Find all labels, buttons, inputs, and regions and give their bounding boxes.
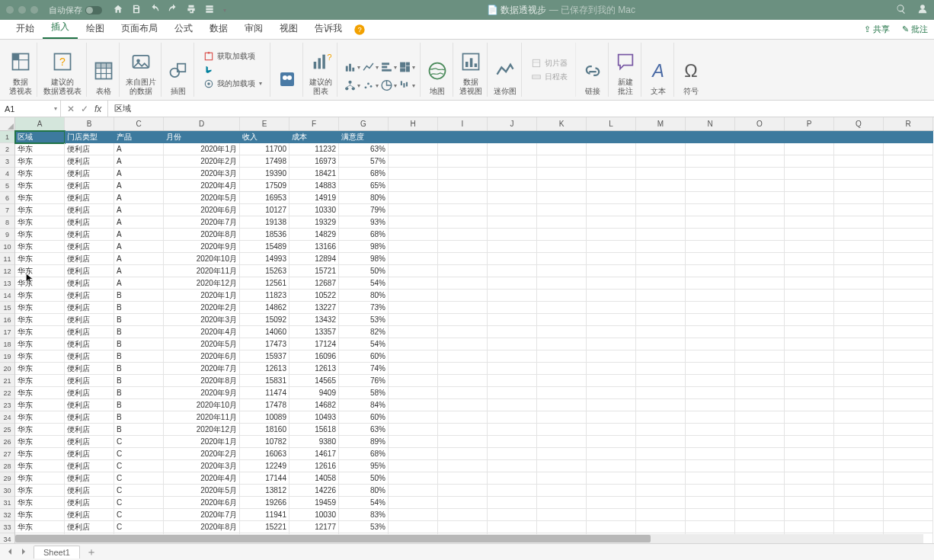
data-cell[interactable]: 54%	[339, 497, 389, 509]
data-cell[interactable]	[636, 509, 686, 521]
data-cell[interactable]	[438, 387, 488, 399]
data-cell[interactable]	[785, 521, 834, 533]
data-cell[interactable]	[636, 204, 686, 216]
data-cell[interactable]	[438, 350, 488, 363]
options-icon[interactable]	[204, 4, 215, 17]
new-comment-button[interactable]: 新建 批注	[610, 43, 641, 97]
data-cell[interactable]: 14829	[289, 229, 339, 241]
data-cell[interactable]: 11700	[240, 143, 289, 155]
data-cell[interactable]: 便利店	[65, 302, 114, 314]
data-cell[interactable]: 便利店	[65, 363, 114, 375]
tab-页面布局[interactable]: 页面布局	[113, 18, 166, 39]
data-cell[interactable]	[488, 302, 537, 314]
data-cell[interactable]	[537, 277, 587, 290]
data-cell[interactable]: 68%	[339, 229, 389, 241]
data-cell[interactable]	[438, 143, 488, 155]
data-cell[interactable]	[884, 241, 933, 253]
data-cell[interactable]	[488, 265, 537, 277]
data-cell[interactable]: 2020年5月	[164, 485, 240, 497]
data-cell[interactable]	[587, 204, 636, 216]
data-cell[interactable]	[587, 375, 636, 387]
data-cell[interactable]: 2020年11月	[164, 265, 240, 277]
data-cell[interactable]	[389, 448, 438, 460]
col-header[interactable]: A	[15, 117, 65, 130]
data-cell[interactable]: 58%	[339, 387, 389, 399]
data-cell[interactable]: 73%	[339, 302, 389, 314]
data-cell[interactable]: 便利店	[65, 460, 114, 472]
data-cell[interactable]	[884, 363, 933, 375]
data-cell[interactable]: A	[114, 180, 164, 192]
data-cell[interactable]: 便利店	[65, 204, 114, 216]
data-cell[interactable]: 15721	[289, 265, 339, 277]
data-cell[interactable]	[834, 460, 884, 472]
illustrations-button[interactable]: 插图	[163, 43, 194, 97]
data-cell[interactable]	[636, 155, 686, 168]
data-cell[interactable]: 89%	[339, 436, 389, 448]
data-cell[interactable]: 华东	[15, 521, 65, 533]
data-cell[interactable]: 53%	[339, 314, 389, 326]
data-cell[interactable]	[537, 229, 587, 241]
data-cell[interactable]	[389, 436, 438, 448]
data-cell[interactable]: 93%	[339, 216, 389, 229]
data-cell[interactable]	[735, 143, 785, 155]
col-header[interactable]: C	[114, 117, 164, 130]
data-cell[interactable]: 14060	[240, 326, 289, 338]
data-cell[interactable]	[488, 375, 537, 387]
data-cell[interactable]	[735, 265, 785, 277]
data-cell[interactable]	[488, 350, 537, 363]
data-cell[interactable]	[785, 241, 834, 253]
data-cell[interactable]: A	[114, 241, 164, 253]
data-cell[interactable]: C	[114, 460, 164, 472]
data-cell[interactable]	[537, 314, 587, 326]
data-cell[interactable]: 13166	[289, 241, 339, 253]
data-cell[interactable]: 华东	[15, 290, 65, 302]
row-header[interactable]: 9	[0, 229, 14, 241]
data-cell[interactable]: 便利店	[65, 253, 114, 265]
data-cell[interactable]: 便利店	[65, 326, 114, 338]
col-header[interactable]: M	[636, 117, 686, 130]
pie-chart-icon[interactable]: ▾	[380, 77, 397, 94]
data-cell[interactable]	[587, 424, 636, 436]
data-cell[interactable]: 华东	[15, 411, 65, 424]
data-cell[interactable]: 华东	[15, 375, 65, 387]
tab-插入[interactable]: 插入	[43, 17, 78, 39]
data-cell[interactable]	[884, 375, 933, 387]
cancel-icon[interactable]: ✕	[67, 104, 75, 114]
data-cell[interactable]	[438, 265, 488, 277]
data-cell[interactable]: A	[114, 265, 164, 277]
data-cell[interactable]: 19266	[240, 497, 289, 509]
data-cell[interactable]: B	[114, 290, 164, 302]
data-cell[interactable]	[389, 424, 438, 436]
data-cell[interactable]	[834, 265, 884, 277]
data-cell[interactable]: 2020年9月	[164, 241, 240, 253]
col-header[interactable]: H	[389, 117, 438, 130]
data-cell[interactable]	[537, 375, 587, 387]
data-cell[interactable]: 2020年6月	[164, 497, 240, 509]
data-cell[interactable]	[488, 460, 537, 472]
data-cell[interactable]	[438, 204, 488, 216]
data-cell[interactable]	[438, 485, 488, 497]
data-cell[interactable]	[488, 314, 537, 326]
data-cell[interactable]: 18536	[240, 229, 289, 241]
data-cell[interactable]: 12894	[289, 253, 339, 265]
column-headers[interactable]: ABCDEFGHIJKLMNOPQR	[15, 117, 934, 131]
data-cell[interactable]: 2020年10月	[164, 399, 240, 411]
row-header[interactable]: 11	[0, 253, 14, 265]
data-cell[interactable]	[636, 436, 686, 448]
data-cell[interactable]	[537, 472, 587, 485]
data-cell[interactable]	[735, 521, 785, 533]
data-cell[interactable]: 11823	[240, 290, 289, 302]
data-cell[interactable]: 2020年2月	[164, 302, 240, 314]
data-cell[interactable]	[834, 277, 884, 290]
pivot-chart-button[interactable]: 数据 透视图	[455, 43, 488, 97]
data-cell[interactable]	[488, 155, 537, 168]
data-cell[interactable]	[389, 399, 438, 411]
data-cell[interactable]: C	[114, 448, 164, 460]
col-header[interactable]: G	[339, 117, 389, 130]
data-cell[interactable]: 2020年5月	[164, 338, 240, 350]
data-cell[interactable]: 16953	[240, 192, 289, 204]
data-cell[interactable]	[587, 509, 636, 521]
row-header[interactable]: 30	[0, 485, 14, 497]
data-cell[interactable]	[884, 460, 933, 472]
data-cell[interactable]	[686, 363, 735, 375]
